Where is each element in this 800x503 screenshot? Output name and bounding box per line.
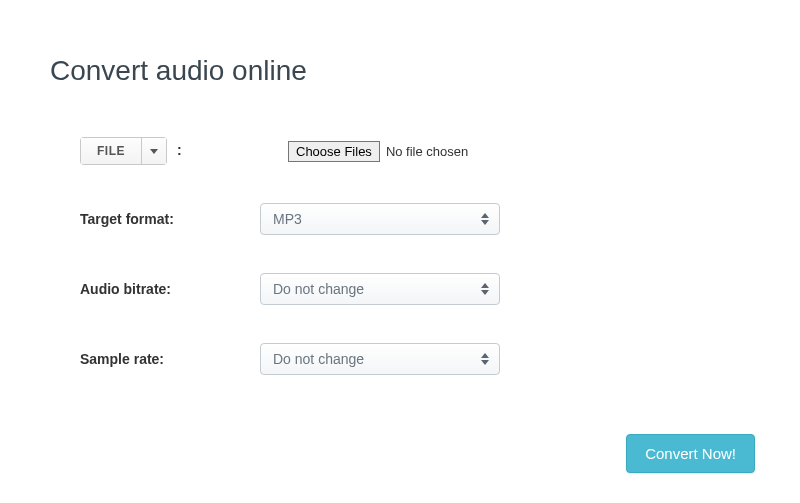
audio-bitrate-label: Audio bitrate: — [80, 281, 260, 297]
sort-icon — [481, 353, 489, 365]
sort-icon — [481, 213, 489, 225]
triangle-up-icon — [481, 283, 489, 288]
file-dropdown-button[interactable] — [142, 137, 167, 165]
target-format-row: Target format: MP3 — [80, 203, 750, 235]
file-row: FILE : Choose Files No file chosen — [80, 137, 750, 165]
choose-files-button[interactable]: Choose Files — [288, 141, 380, 162]
file-colon: : — [177, 142, 182, 158]
audio-bitrate-select[interactable]: Do not change — [260, 273, 500, 305]
sort-icon — [481, 283, 489, 295]
target-format-select[interactable]: MP3 — [260, 203, 500, 235]
target-format-value: MP3 — [273, 211, 302, 227]
page-title: Convert audio online — [50, 55, 750, 87]
triangle-down-icon — [481, 290, 489, 295]
caret-down-icon — [150, 149, 158, 154]
convert-form: FILE : Choose Files No file chosen Targe… — [50, 137, 750, 375]
choose-file-group: Choose Files No file chosen — [288, 141, 468, 162]
triangle-up-icon — [481, 213, 489, 218]
sample-rate-label: Sample rate: — [80, 351, 260, 367]
triangle-down-icon — [481, 360, 489, 365]
file-button[interactable]: FILE — [80, 137, 142, 165]
sample-rate-value: Do not change — [273, 351, 364, 367]
sample-rate-select[interactable]: Do not change — [260, 343, 500, 375]
audio-bitrate-row: Audio bitrate: Do not change — [80, 273, 750, 305]
target-format-label: Target format: — [80, 211, 260, 227]
file-source-group: FILE : — [80, 137, 260, 165]
convert-button[interactable]: Convert Now! — [626, 434, 755, 473]
triangle-up-icon — [481, 353, 489, 358]
triangle-down-icon — [481, 220, 489, 225]
audio-bitrate-value: Do not change — [273, 281, 364, 297]
no-file-text: No file chosen — [386, 144, 468, 159]
sample-rate-row: Sample rate: Do not change — [80, 343, 750, 375]
file-button-group: FILE — [80, 137, 167, 165]
